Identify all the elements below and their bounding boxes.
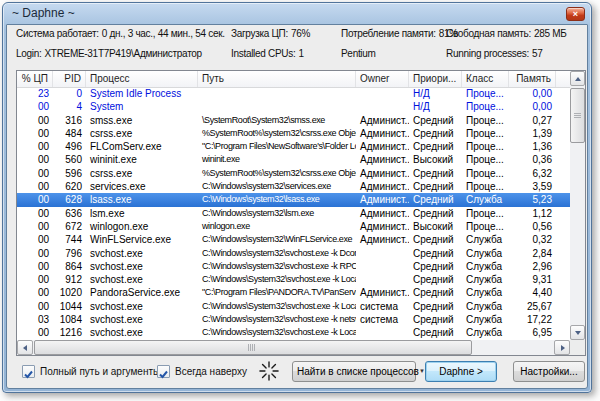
process-finder-crosshair-icon[interactable]	[259, 361, 279, 381]
cell-memory: 9,31	[509, 273, 556, 286]
cell-memory: 3,59	[509, 180, 556, 193]
cell-class: Проце...	[462, 87, 509, 100]
table-row[interactable]: 00912svchost.exeC:\Windows\System32\svch…	[17, 273, 570, 286]
table-row[interactable]: 00864svchost.exeC:\Windows\system32\svch…	[17, 260, 570, 273]
cell-owner	[356, 260, 409, 273]
scroll-right-button[interactable]	[554, 340, 570, 355]
cell-cpu: 00	[17, 260, 53, 273]
cell-filler	[556, 100, 570, 113]
cell-owner: Админист...	[356, 207, 409, 220]
cell-class: Проце...	[462, 153, 509, 166]
find-in-process-list-button[interactable]: Найти в списке процессов ▼	[292, 361, 416, 382]
table-row[interactable]: 001044svchost.exeC:\Windows\System32\svc…	[17, 300, 570, 313]
horizontal-scrollbar[interactable]	[17, 340, 570, 355]
cell-process: PandoraService.exe	[86, 286, 198, 299]
cell-process: svchost.exe	[86, 300, 198, 313]
table-row[interactable]: 00560wininit.exewininit.exeАдминист...Вы…	[17, 153, 570, 166]
settings-button[interactable]: Настройки...	[513, 361, 585, 382]
table-row[interactable]: 230System Idle ProcessН/ДПроце...0,00	[17, 87, 570, 100]
table-row[interactable]: 00628lsass.exeC:\Windows\system32\lsass.…	[17, 193, 570, 206]
info-label: Свободная память:	[446, 28, 531, 39]
scroll-down-button[interactable]	[570, 325, 585, 340]
scroll-right-icon	[561, 345, 565, 351]
info-item: Загрузка ЦП:76%	[231, 28, 310, 39]
full-path-checkbox-label: Полный путь и аргументы	[40, 366, 160, 377]
table-row[interactable]: 00316smss.exe\SystemRoot\System32\smss.e…	[17, 114, 570, 127]
cell-process: lsass.exe	[86, 193, 198, 206]
table-row[interactable]: 00596csrss.exe%SystemRoot%\system32\csrs…	[17, 167, 570, 180]
table-row[interactable]: 00672winlogon.exewinlogon.exeАдминист...…	[17, 220, 570, 233]
cell-memory: 1,36	[509, 140, 556, 153]
cell-filler	[556, 286, 570, 299]
cell-path: \SystemRoot\System32\smss.exe	[198, 114, 356, 127]
cell-cpu: 00	[17, 100, 53, 113]
table-row[interactable]: 004SystemН/ДПроце...0,00	[17, 100, 570, 113]
horizontal-scrollbar-thumb[interactable]	[34, 340, 472, 355]
info-value: 0 дн., 3 час., 44 мин., 54 сек.	[102, 28, 225, 39]
info-label: Система работает:	[16, 28, 99, 39]
cell-path: C:\Windows\system32\svchost.exe -k netsv…	[198, 313, 356, 326]
cell-process: services.exe	[86, 180, 198, 193]
cell-filler	[556, 233, 570, 246]
cell-priority: Средний	[409, 167, 462, 180]
cell-path: C:\Windows\System32\svchost.exe -k Local…	[198, 273, 356, 286]
scroll-left-icon	[23, 345, 27, 351]
info-value: 57	[532, 48, 543, 59]
cell-path: C:\Windows\system32\lsm.exe	[198, 207, 356, 220]
table-row[interactable]: 00636lsm.exeC:\Windows\system32\lsm.exeА…	[17, 207, 570, 220]
column-header-pid[interactable]: PID	[53, 71, 86, 87]
column-header-priority[interactable]: Приори...	[409, 71, 462, 87]
cell-path: "C:\Program Files\NewSoftware's\Folder L…	[198, 140, 356, 153]
cell-class: Проце...	[462, 100, 509, 113]
cell-path: "C:\Program Files\PANDORA.TV\PanService\…	[198, 286, 356, 299]
cell-cpu: 00	[17, 207, 53, 220]
cell-process: csrss.exe	[86, 127, 198, 140]
cell-path: C:\Windows\system32\svchost.exe -k Local…	[198, 326, 356, 339]
table-row[interactable]: 00796svchost.exeC:\Windows\system32\svch…	[17, 247, 570, 260]
cell-pid: 620	[53, 180, 86, 193]
cell-pid: 4	[53, 100, 86, 113]
always-on-top-checkbox[interactable]	[157, 365, 170, 378]
cell-cpu: 00	[17, 273, 53, 286]
chevron-down-icon[interactable]: ▼	[419, 362, 425, 381]
cell-pid: 636	[53, 207, 86, 220]
table-row[interactable]: 00484csrss.exe%SystemRoot%\system32\csrs…	[17, 127, 570, 140]
close-button[interactable]: ×	[566, 7, 585, 21]
cell-owner: система	[356, 313, 409, 326]
cell-filler	[556, 273, 570, 286]
cell-priority: Н/Д	[409, 87, 462, 100]
column-header-owner[interactable]: Owner	[356, 71, 409, 87]
daphne-menu-button[interactable]: Daphne >	[425, 361, 497, 382]
cell-class: Служба	[462, 286, 509, 299]
cell-filler	[556, 207, 570, 220]
cell-pid: 1216	[53, 326, 86, 339]
column-header-process[interactable]: Процесс	[86, 71, 198, 87]
column-header-cpu[interactable]: % ЦП	[17, 71, 53, 87]
cell-owner: Админист...	[356, 180, 409, 193]
cell-memory: 0,00	[509, 100, 556, 113]
column-header-memory[interactable]: Память	[509, 71, 556, 87]
vertical-scrollbar-thumb[interactable]	[570, 88, 585, 143]
vertical-scrollbar[interactable]	[570, 71, 585, 340]
scroll-up-icon	[575, 77, 581, 81]
column-header-path[interactable]: Путь	[198, 71, 356, 87]
table-row[interactable]: 031084svchost.exeC:\Windows\system32\svc…	[17, 313, 570, 326]
table-row[interactable]: 00744WinFLService.exeC:\Windows\system32…	[17, 233, 570, 246]
cell-filler	[556, 114, 570, 127]
full-path-checkbox[interactable]	[22, 365, 35, 378]
cell-filler	[556, 326, 570, 339]
cell-process: svchost.exe	[86, 326, 198, 339]
table-row[interactable]: 00496FLComServ.exe"C:\Program Files\NewS…	[17, 140, 570, 153]
table-row[interactable]: 001020PandoraService.exe"C:\Program File…	[17, 286, 570, 299]
column-header-class[interactable]: Класс	[462, 71, 509, 87]
scroll-up-button[interactable]	[570, 71, 585, 86]
settings-button-label: Настройки...	[520, 366, 577, 377]
table-body[interactable]: 230System Idle ProcessН/ДПроце...0,00004…	[17, 87, 570, 340]
titlebar[interactable]: ~ Daphne ~ ×	[3, 3, 591, 24]
table-row[interactable]: 001216svchost.exeC:\Windows\system32\svc…	[17, 326, 570, 339]
scroll-left-button[interactable]	[17, 340, 33, 355]
cell-process: smss.exe	[86, 114, 198, 127]
table-row[interactable]: 00620services.exeC:\Windows\system32\ser…	[17, 180, 570, 193]
cell-priority: Средний	[409, 127, 462, 140]
cell-process: WinFLService.exe	[86, 233, 198, 246]
